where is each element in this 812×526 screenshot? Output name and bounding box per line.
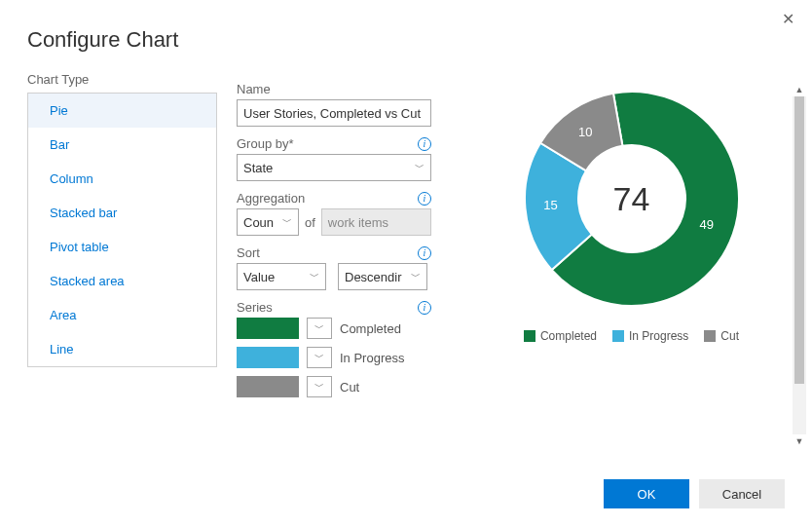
chart-type-item-bar[interactable]: Bar (28, 128, 216, 162)
donut-slice-value: 10 (578, 125, 592, 139)
chart-type-list: PieBarColumnStacked barPivot tableStacke… (27, 93, 217, 367)
chart-type-label: Chart Type (27, 72, 217, 87)
scrollbar[interactable]: ▲ ▼ (793, 83, 806, 448)
name-field-label: Name (237, 82, 271, 96)
series-color-dropdown[interactable]: ﹀ (307, 376, 332, 397)
sort-field-select[interactable]: Value ﹀ (237, 263, 326, 290)
sort-direction-select[interactable]: Descendir ﹀ (338, 263, 427, 290)
cancel-button[interactable]: Cancel (699, 479, 785, 508)
info-icon[interactable]: i (418, 192, 431, 206)
legend-label: In Progress (629, 329, 688, 343)
aggregation-field-disabled: work items (321, 208, 431, 236)
series-row: ﹀In Progress (237, 347, 431, 368)
scroll-down-icon[interactable]: ▼ (793, 434, 806, 448)
series-field-label: Series (237, 300, 273, 315)
aggregation-field-label: Aggregation (237, 191, 305, 206)
info-icon[interactable]: i (418, 301, 431, 315)
series-color-swatch (237, 318, 299, 339)
series-color-swatch (237, 347, 299, 368)
series-label: In Progress (340, 351, 404, 365)
chart-type-item-column[interactable]: Column (28, 162, 216, 196)
legend-swatch (524, 330, 535, 342)
donut-slice-value: 49 (699, 217, 713, 232)
ok-button[interactable]: OK (604, 479, 689, 508)
chart-type-item-stacked-bar[interactable]: Stacked bar (28, 196, 216, 230)
series-color-swatch (237, 376, 299, 397)
scroll-up-icon[interactable]: ▲ (793, 83, 806, 96)
legend-swatch (612, 330, 624, 342)
chart-type-item-stacked-area[interactable]: Stacked area (28, 264, 216, 298)
chart-type-item-pivot-table[interactable]: Pivot table (28, 230, 216, 264)
name-input[interactable] (237, 99, 431, 127)
chevron-down-icon: ﹀ (415, 161, 424, 174)
chevron-down-icon: ﹀ (282, 215, 292, 229)
chevron-down-icon: ﹀ (314, 321, 324, 335)
chart-type-item-pie[interactable]: Pie (28, 94, 216, 128)
series-label: Completed (340, 321, 401, 336)
chart-type-item-line[interactable]: Line (28, 332, 216, 366)
chart-type-item-area[interactable]: Area (28, 298, 216, 332)
series-color-dropdown[interactable]: ﹀ (307, 347, 332, 368)
series-row: ﹀Completed (237, 318, 431, 339)
legend-item: Completed (524, 329, 597, 343)
aggregation-of-label: of (305, 215, 315, 230)
info-icon[interactable]: i (418, 246, 431, 260)
legend-label: Completed (540, 329, 597, 343)
chevron-down-icon: ﹀ (310, 270, 319, 283)
legend-item: Cut (704, 329, 739, 343)
donut-slice-value: 15 (543, 198, 557, 212)
close-icon[interactable]: ✕ (782, 10, 794, 28)
scroll-thumb[interactable] (794, 96, 804, 384)
dialog-title: Configure Chart (0, 0, 812, 53)
aggregation-select[interactable]: Coun ﹀ (237, 208, 299, 236)
legend-item: In Progress (612, 329, 688, 343)
series-row: ﹀Cut (237, 376, 431, 397)
chart-preview-donut: 74 491510 (515, 82, 749, 316)
groupby-select[interactable]: State ﹀ (237, 154, 431, 181)
groupby-field-label: Group by* (237, 136, 294, 151)
chart-legend: CompletedIn ProgressCut (451, 329, 812, 343)
sort-field-label: Sort (237, 245, 260, 260)
chart-center-total: 74 (613, 180, 650, 218)
legend-label: Cut (720, 329, 739, 343)
chevron-down-icon: ﹀ (314, 351, 324, 364)
info-icon[interactable]: i (418, 137, 431, 151)
legend-swatch (704, 330, 716, 342)
chevron-down-icon: ﹀ (411, 270, 421, 283)
scroll-track[interactable] (793, 96, 806, 434)
series-color-dropdown[interactable]: ﹀ (307, 318, 332, 339)
series-label: Cut (340, 380, 359, 394)
chevron-down-icon: ﹀ (314, 380, 324, 394)
